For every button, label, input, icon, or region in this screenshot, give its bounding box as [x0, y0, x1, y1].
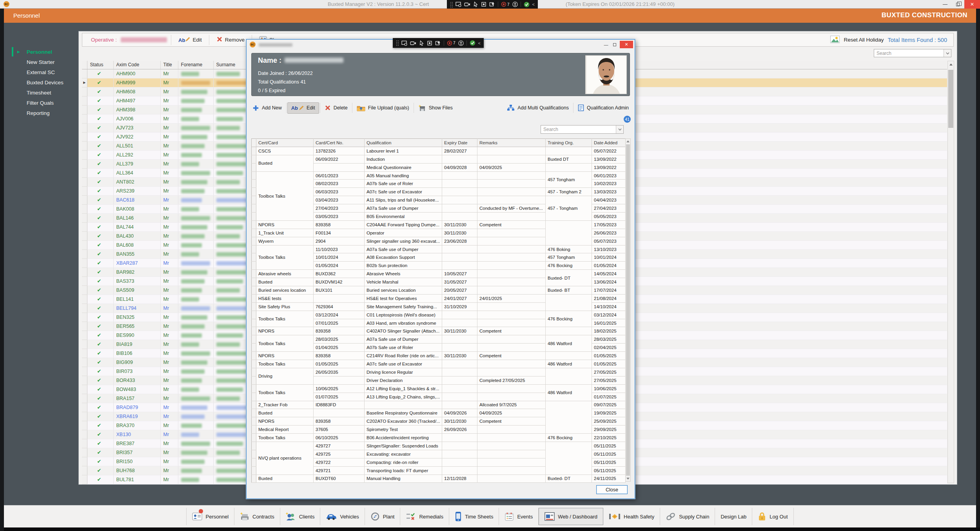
- sidebar-item-filter-quals[interactable]: ▶Filter Quals: [4, 98, 78, 108]
- dialog-minimize-button[interactable]: —: [602, 41, 610, 48]
- dialog-maximize-button[interactable]: [610, 41, 619, 48]
- qualification-row[interactable]: Buried services locationBUX101Buried ser…: [252, 286, 626, 295]
- file-upload-quals-button[interactable]: File Upload (quals): [353, 102, 413, 114]
- taskbar-item-supply-chain[interactable]: Supply Chain: [660, 508, 715, 525]
- column-header-expiry-date[interactable]: Expiry Date: [442, 139, 477, 147]
- scrollbar-thumb[interactable]: [948, 70, 953, 128]
- personnel-search-input[interactable]: Search: [874, 49, 951, 57]
- taskbar-item-contracts[interactable]: Contracts: [234, 508, 280, 525]
- sidebar-item-personnel[interactable]: ▶Personnel: [4, 47, 78, 57]
- sidebar-item-timesheet[interactable]: ▶Timesheet: [4, 87, 78, 98]
- qualifications-scrollbar[interactable]: [625, 138, 631, 482]
- add-new-button[interactable]: Add New: [249, 102, 285, 114]
- qualification-row[interactable]: CSCS13782326Labourer level 128/02/202705…: [252, 147, 626, 155]
- sidebar-item-reporting[interactable]: ▶Reporting: [4, 108, 78, 118]
- column-header-card-cert-no[interactable]: Card/Cert No.: [314, 139, 365, 147]
- column-header-title[interactable]: Title: [160, 61, 178, 69]
- column-header-forename[interactable]: Forename: [178, 61, 213, 69]
- pin-region-icon[interactable]: [489, 2, 495, 7]
- taskbar-item-personnel[interactable]: Personnel: [186, 508, 234, 525]
- qualification-row[interactable]: Toolbox Talks06/10/2025B06 Accident/inci…: [252, 434, 626, 442]
- scroll-down-icon[interactable]: [626, 476, 630, 481]
- edit-operative-button[interactable]: Ab Edit: [175, 35, 205, 45]
- show-files-button[interactable]: Show Files: [415, 102, 456, 114]
- restore-button[interactable]: [952, 0, 964, 9]
- qualification-row[interactable]: Driving26/05/2035Driving licence Regular…: [252, 368, 626, 376]
- column-header-training-org[interactable]: Training Org.: [546, 139, 592, 147]
- qualification-row[interactable]: NPORS839358C214RV Road Roller (ride on a…: [252, 352, 626, 360]
- qualification-row[interactable]: NPORS839358C204AAE Forward Tipping Dumpe…: [252, 220, 626, 229]
- close-button[interactable]: ✕: [964, 0, 980, 9]
- column-header-cert-card[interactable]: Cert/Card: [256, 139, 314, 147]
- taskbar-item-log-out[interactable]: Log Out: [752, 508, 793, 525]
- qualification-row[interactable]: 2_Tracker FobID8883FDAllcoated 9/7/20250…: [252, 401, 626, 409]
- taskbar-item-remedials[interactable]: Remedials: [400, 508, 449, 525]
- display-capture-icon[interactable]: [401, 40, 407, 46]
- add-multi-qualifications-button[interactable]: Add Multi Qualifications: [503, 102, 572, 114]
- remove-operative-button[interactable]: Remove: [213, 35, 248, 45]
- reset-all-holiday-button[interactable]: Reset All Holiday: [844, 37, 884, 43]
- column-header-axim-code[interactable]: Axim Code: [113, 61, 160, 69]
- edit-button[interactable]: AbEdit: [287, 102, 319, 114]
- display-capture-icon[interactable]: [456, 2, 461, 7]
- scrollbar-thumb[interactable]: [626, 144, 630, 476]
- status-check-icon[interactable]: [470, 40, 475, 46]
- sidebar-item-external-sc[interactable]: ▶External SC: [4, 67, 78, 77]
- column-header-qualification[interactable]: Qualification: [365, 139, 442, 147]
- sidebar-item-buxted-devices[interactable]: ▶Buxted Devices: [4, 77, 78, 87]
- taskbar-item-design-lab[interactable]: Design Lab: [715, 508, 752, 525]
- qualification-row[interactable]: BuxtedBUXDT60Manual Handling12/11/2028Bu…: [252, 475, 626, 483]
- drag-handle-icon[interactable]: [450, 2, 453, 7]
- qualification-row[interactable]: Toolbox Talks11/10/2023A07a Safe use of …: [252, 245, 626, 253]
- scroll-up-icon[interactable]: [626, 139, 630, 144]
- camera-icon[interactable]: [464, 2, 470, 7]
- cursor-icon[interactable]: [473, 2, 478, 7]
- capture-toolbar[interactable]: 7<: [393, 38, 484, 48]
- qualification-search-input[interactable]: Search: [541, 125, 624, 134]
- dialog-close-button[interactable]: ✕: [620, 41, 633, 48]
- column-header-remarks[interactable]: Remarks: [477, 139, 546, 147]
- drag-handle-icon[interactable]: [396, 40, 399, 46]
- pin-region-icon[interactable]: [435, 40, 441, 46]
- accessibility-icon[interactable]: [512, 2, 518, 7]
- close-dialog-button[interactable]: Close: [596, 485, 628, 494]
- collapse-chevron-icon[interactable]: <: [478, 41, 481, 45]
- qualification-row[interactable]: NPORS839358C402ATO Slinger Signaller (At…: [252, 327, 626, 335]
- qualification-row[interactable]: HS&E testsHS&E test for Operatives24/01/…: [252, 294, 626, 302]
- record-count-icon[interactable]: [447, 40, 452, 46]
- status-check-icon[interactable]: [524, 2, 530, 7]
- accessibility-icon[interactable]: [458, 40, 464, 46]
- qualification-admin-button[interactable]: Qualification Admin: [574, 102, 632, 114]
- taskbar-item-events[interactable]: Events: [499, 508, 539, 525]
- column-header-status[interactable]: Status: [87, 61, 113, 69]
- taskbar-item-plant[interactable]: Plant: [365, 508, 401, 525]
- minimize-button[interactable]: —: [939, 0, 951, 9]
- cursor-icon[interactable]: [419, 40, 424, 46]
- taskbar-item-time-sheets[interactable]: Time Sheets: [449, 508, 499, 525]
- qualification-row[interactable]: Toolbox Talks06/01/2023A05 Manual handli…: [252, 171, 626, 180]
- frame-icon[interactable]: [481, 2, 486, 7]
- delete-button[interactable]: Delete: [321, 102, 351, 113]
- qualification-row[interactable]: NVQ plant operations429727Slinger/Signal…: [252, 442, 626, 450]
- qualification-row[interactable]: Toolbox Talks28/03/2025A07a Safe use of …: [252, 335, 626, 344]
- collapse-chevron-icon[interactable]: <: [532, 2, 535, 7]
- frame-icon[interactable]: [427, 40, 432, 46]
- taskbar-item-clients[interactable]: Clients: [280, 508, 321, 525]
- capture-toolbar[interactable]: 7<: [447, 0, 538, 9]
- scroll-up-icon[interactable]: [948, 61, 954, 67]
- chevron-down-icon[interactable]: [944, 49, 951, 57]
- column-header-date-added[interactable]: Date Added: [592, 139, 626, 147]
- qualification-row[interactable]: Abrasive wheelsBUXD362Abrasive Wheels10/…: [252, 270, 626, 278]
- chevron-down-icon[interactable]: [616, 125, 623, 133]
- qualification-row[interactable]: Toolbox Talks01/05/2025A07c Safe use of …: [252, 360, 626, 368]
- qualification-row[interactable]: Toolbox Talks10/06/2025A12 Lifting Equip…: [252, 384, 626, 393]
- taskbar-item-web-dashboard[interactable]: Web / Dashboard: [539, 508, 603, 525]
- taskbar-item-health-safety[interactable]: Health Safety: [603, 508, 660, 525]
- personnel-scrollbar[interactable]: [947, 61, 954, 483]
- record-count-icon[interactable]: [501, 2, 506, 7]
- qualification-row[interactable]: Toolbox Talks03/12/2024C01 Leptospirosis…: [252, 311, 626, 319]
- taskbar-item-vehicles[interactable]: Vehicles: [320, 508, 365, 525]
- sidebar-item-new-starter[interactable]: ▶New Starter: [4, 57, 78, 67]
- camera-icon[interactable]: [410, 40, 416, 46]
- qualification-row[interactable]: Buxted06/09/2022InductionBuxted DT13/09/…: [252, 155, 626, 163]
